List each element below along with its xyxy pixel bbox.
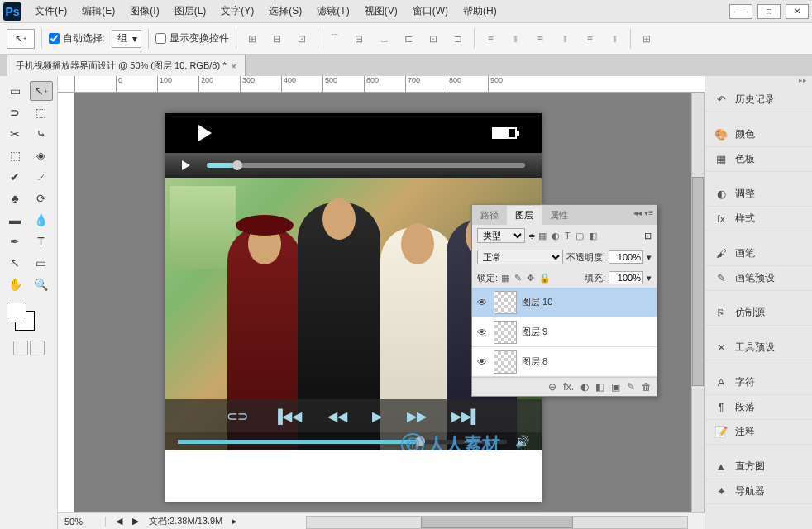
tool-hand[interactable]: ✋ xyxy=(3,274,26,294)
show-transform-checkbox[interactable] xyxy=(155,33,166,44)
menu-edit[interactable]: 编辑(E) xyxy=(75,1,122,21)
panel-tool-presets[interactable]: ✕工具预设 xyxy=(705,336,812,360)
tool-zoom[interactable]: 🔍 xyxy=(30,274,53,294)
layer-thumbnail[interactable] xyxy=(494,291,517,314)
nav-prev-icon[interactable]: ◀ xyxy=(116,516,122,527)
panel-brush[interactable]: 🖌画笔 xyxy=(705,241,812,266)
panel-character[interactable]: A字符 xyxy=(705,370,812,395)
zoom-value[interactable]: 50% xyxy=(64,517,106,527)
tool-gradient[interactable]: ▬ xyxy=(3,210,26,230)
menu-file[interactable]: 文件(F) xyxy=(28,1,74,21)
filter-pixel-icon[interactable]: ▦ xyxy=(538,231,547,241)
panel-color[interactable]: 🎨颜色 xyxy=(705,122,812,147)
align-bottom-icon[interactable]: ⎵ xyxy=(375,30,393,48)
auto-select-check[interactable]: 自动选择: xyxy=(49,31,105,45)
tool-move-plus[interactable]: ▭ xyxy=(3,81,26,101)
tool-healing[interactable]: ◈ xyxy=(30,145,53,165)
panel-menu-icon[interactable]: ◂◂ ▾≡ xyxy=(633,208,653,217)
tool-marquee[interactable]: ⬚ xyxy=(30,102,53,122)
menu-layer[interactable]: 图层(L) xyxy=(168,1,213,21)
lock-pixels-icon[interactable]: ✎ xyxy=(514,273,522,284)
panel-brush-presets[interactable]: ✎画笔预设 xyxy=(705,266,812,291)
delete-layer-icon[interactable]: 🗑 xyxy=(642,381,652,393)
tab-properties[interactable]: 属性 xyxy=(542,206,576,225)
layer-item[interactable]: 👁 图层 10 xyxy=(472,288,657,317)
vertical-ruler[interactable] xyxy=(58,93,74,512)
menu-window[interactable]: 窗口(W) xyxy=(406,1,455,21)
scroll-thumb[interactable] xyxy=(692,177,704,386)
panel-paragraph[interactable]: ¶段落 xyxy=(705,395,812,420)
tool-path-select[interactable]: ↖ xyxy=(3,253,26,273)
filter-shape-icon[interactable]: ▢ xyxy=(576,231,584,241)
tool-blur[interactable]: 💧 xyxy=(30,210,53,230)
tool-pencil[interactable]: ⟋ xyxy=(30,167,53,187)
quick-mask-button[interactable] xyxy=(13,341,28,355)
auto-select-checkbox[interactable] xyxy=(49,33,60,44)
visibility-icon[interactable]: 👁 xyxy=(475,356,489,368)
menu-filter[interactable]: 滤镜(T) xyxy=(310,1,356,21)
minimize-button[interactable]: — xyxy=(729,4,752,19)
lock-position-icon[interactable]: ✥ xyxy=(527,273,534,284)
chevron-down-icon[interactable]: ▾ xyxy=(647,273,652,284)
screen-mode-button[interactable] xyxy=(30,341,45,355)
new-layer-icon[interactable]: ✎ xyxy=(627,381,635,393)
filter-text-icon[interactable]: T xyxy=(565,231,571,241)
filter-smart-icon[interactable]: ◧ xyxy=(589,231,597,241)
layer-item[interactable]: 👁 图层 8 xyxy=(472,347,657,377)
panel-navigator[interactable]: ✦导航器 xyxy=(705,479,812,504)
distribute-icon[interactable]: ⦀ xyxy=(556,30,574,48)
chevron-right-icon[interactable]: ▸ xyxy=(232,516,237,527)
tool-eyedropper[interactable]: ⤷ xyxy=(30,124,53,144)
document-tab[interactable]: 手机视频播放器界面设计 @ 50% (图层 10, RGB/8) * × xyxy=(7,55,246,76)
menu-view[interactable]: 视图(V) xyxy=(358,1,404,21)
layer-thumbnail[interactable] xyxy=(494,350,517,374)
layer-thumbnail[interactable] xyxy=(494,321,517,344)
distribute-icon[interactable]: ≡ xyxy=(531,30,549,48)
tool-history-brush[interactable]: ⟳ xyxy=(30,188,53,208)
tab-layers[interactable]: 图层 xyxy=(507,206,542,225)
distribute-icon[interactable]: ⦀ xyxy=(506,30,524,48)
layer-item[interactable]: 👁 图层 9 xyxy=(472,317,657,347)
lock-transparency-icon[interactable]: ▦ xyxy=(501,273,509,284)
panel-notes[interactable]: 📝注释 xyxy=(705,420,812,445)
panel-swatches[interactable]: ▦色板 xyxy=(705,147,812,172)
tool-clone[interactable]: ♣ xyxy=(3,188,26,208)
panel-history[interactable]: ↶历史记录 xyxy=(705,88,812,112)
current-tool-indicator[interactable]: ↖+ xyxy=(7,29,35,49)
tool-patch[interactable]: ⬚ xyxy=(3,145,26,165)
distribute-icon[interactable]: ≡ xyxy=(481,30,499,48)
panel-adjustments[interactable]: ◐调整 xyxy=(705,182,812,207)
visibility-icon[interactable]: 👁 xyxy=(475,326,489,338)
collapse-icon[interactable]: ▸▸ xyxy=(705,76,812,88)
menu-help[interactable]: 帮助(H) xyxy=(456,1,504,21)
align-vcenter-icon[interactable]: ⊟ xyxy=(350,30,368,48)
filter-toggle-icon[interactable]: ⊡ xyxy=(644,231,652,241)
lock-all-icon[interactable]: 🔒 xyxy=(539,273,551,284)
group-select[interactable]: 组 ▾ xyxy=(112,30,141,48)
align-right-icon[interactable]: ⊐ xyxy=(449,30,467,48)
tool-pen[interactable]: ✒ xyxy=(3,231,26,251)
group-icon[interactable]: ▣ xyxy=(611,381,620,393)
distribute-icon[interactable]: ≡ xyxy=(580,30,599,48)
tool-shape[interactable]: ▭ xyxy=(30,253,53,273)
vertical-scrollbar[interactable] xyxy=(691,93,705,512)
horizontal-scrollbar[interactable] xyxy=(306,516,688,529)
menu-image[interactable]: 图像(I) xyxy=(123,1,165,21)
tool-move[interactable]: ↖+ xyxy=(30,81,53,101)
align-icon[interactable]: ⊡ xyxy=(293,30,311,48)
menu-select[interactable]: 选择(S) xyxy=(262,1,308,21)
align-left-icon[interactable]: ⊏ xyxy=(399,30,418,48)
panel-styles[interactable]: fx样式 xyxy=(705,207,812,231)
scroll-thumb[interactable] xyxy=(421,517,573,528)
horizontal-ruler[interactable]: 0 100 200 300 400 500 600 700 800 900 xyxy=(74,76,705,93)
blend-mode-select[interactable]: 正常 xyxy=(477,250,563,264)
align-icon[interactable]: ⊞ xyxy=(243,30,261,48)
tool-lasso[interactable]: ⊃ xyxy=(3,102,26,122)
menu-type[interactable]: 文字(Y) xyxy=(214,1,260,21)
chevron-down-icon[interactable]: ▾ xyxy=(647,252,652,263)
show-transform-check[interactable]: 显示变换控件 xyxy=(155,31,229,45)
fill-input[interactable] xyxy=(609,271,643,284)
tool-brush[interactable]: ✔ xyxy=(3,167,26,187)
panel-clone-source[interactable]: ⎘仿制源 xyxy=(705,301,812,326)
tool-crop[interactable]: ✂ xyxy=(3,124,26,144)
